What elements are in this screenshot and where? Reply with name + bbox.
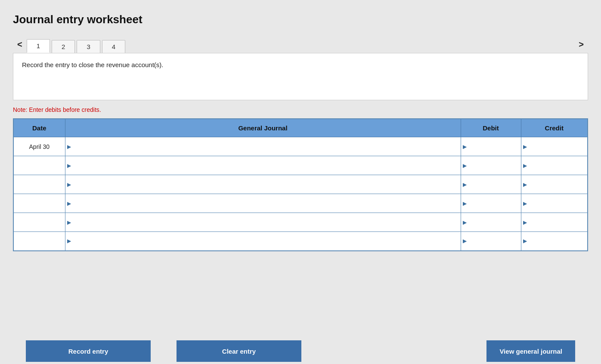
date-cell-3 — [13, 194, 65, 213]
record-entry-button[interactable]: Record entry — [26, 340, 151, 362]
main-container: Journal entry worksheet < 1 2 3 4 > Reco… — [0, 0, 601, 364]
journal-input-1[interactable] — [72, 156, 461, 175]
debit-cell-5[interactable]: ▶ — [461, 232, 521, 251]
journal-cell-5[interactable]: ▶ — [65, 232, 461, 251]
nav-next-button[interactable]: > — [574, 36, 588, 53]
header-date: Date — [13, 119, 65, 137]
debit-arrow-icon-5: ▶ — [463, 238, 467, 244]
date-cell-5 — [13, 232, 65, 251]
journal-input-3[interactable] — [72, 194, 461, 213]
credit-arrow-icon-1: ▶ — [523, 163, 527, 169]
table-row: ▶▶▶ — [13, 213, 588, 232]
debit-cell-4[interactable]: ▶ — [461, 213, 521, 232]
journal-cell-4[interactable]: ▶ — [65, 213, 461, 232]
credit-input-3[interactable] — [528, 194, 588, 213]
journal-arrow-icon-0: ▶ — [67, 144, 71, 150]
journal-arrow-icon-1: ▶ — [67, 163, 71, 169]
debit-arrow-icon-4: ▶ — [463, 219, 467, 225]
credit-input-5[interactable] — [528, 232, 588, 250]
journal-cell-3[interactable]: ▶ — [65, 194, 461, 213]
journal-input-2[interactable] — [72, 175, 461, 194]
table-row: April 30▶▶▶ — [13, 137, 588, 156]
journal-input-4[interactable] — [72, 213, 461, 231]
journal-arrow-icon-2: ▶ — [67, 182, 71, 188]
credit-input-4[interactable] — [528, 213, 588, 231]
credit-cell-5[interactable]: ▶ — [521, 232, 588, 251]
journal-arrow-icon-4: ▶ — [67, 219, 71, 225]
view-general-journal-button[interactable]: View general journal — [486, 340, 575, 362]
header-journal: General Journal — [65, 119, 461, 137]
debit-input-5[interactable] — [468, 232, 521, 250]
credit-arrow-icon-4: ▶ — [523, 219, 527, 225]
tab-3[interactable]: 3 — [77, 40, 100, 53]
tabs-row: < 1 2 3 4 > — [13, 36, 588, 53]
debit-input-0[interactable] — [468, 137, 521, 156]
debit-arrow-icon-2: ▶ — [463, 182, 467, 188]
credit-arrow-icon-5: ▶ — [523, 238, 527, 244]
journal-cell-2[interactable]: ▶ — [65, 175, 461, 194]
credit-cell-0[interactable]: ▶ — [521, 137, 588, 156]
table-row: ▶▶▶ — [13, 175, 588, 194]
bottom-area: Record entry Clear entry View general jo… — [0, 338, 601, 364]
credit-arrow-icon-2: ▶ — [523, 182, 527, 188]
debit-cell-2[interactable]: ▶ — [461, 175, 521, 194]
debit-cell-3[interactable]: ▶ — [461, 194, 521, 213]
credit-arrow-icon-0: ▶ — [523, 144, 527, 150]
credit-cell-4[interactable]: ▶ — [521, 213, 588, 232]
credit-cell-1[interactable]: ▶ — [521, 156, 588, 175]
tab-1[interactable]: 1 — [27, 39, 50, 53]
credit-cell-2[interactable]: ▶ — [521, 175, 588, 194]
journal-input-5[interactable] — [72, 232, 461, 250]
debit-arrow-icon-1: ▶ — [463, 163, 467, 169]
debit-cell-1[interactable]: ▶ — [461, 156, 521, 175]
header-debit: Debit — [461, 119, 521, 137]
journal-cell-0[interactable]: ▶ — [65, 137, 461, 156]
date-cell-0: April 30 — [13, 137, 65, 156]
journal-table: Date General Journal Debit Credit April … — [13, 118, 588, 251]
nav-prev-button[interactable]: < — [13, 36, 27, 53]
debit-arrow-icon-0: ▶ — [463, 144, 467, 150]
tab-4[interactable]: 4 — [102, 40, 125, 53]
credit-input-1[interactable] — [528, 156, 588, 175]
journal-arrow-icon-3: ▶ — [67, 201, 71, 207]
journal-input-0[interactable] — [72, 137, 461, 156]
header-credit: Credit — [521, 119, 588, 137]
date-cell-4 — [13, 213, 65, 232]
debit-input-1[interactable] — [468, 156, 521, 175]
instruction-text: Record the entry to close the revenue ac… — [22, 61, 164, 68]
credit-input-2[interactable] — [528, 175, 588, 194]
date-cell-1 — [13, 156, 65, 175]
debit-arrow-icon-3: ▶ — [463, 201, 467, 207]
date-cell-2 — [13, 175, 65, 194]
table-row: ▶▶▶ — [13, 156, 588, 175]
instruction-box: Record the entry to close the revenue ac… — [13, 53, 588, 100]
credit-cell-3[interactable]: ▶ — [521, 194, 588, 213]
journal-arrow-icon-5: ▶ — [67, 238, 71, 244]
credit-arrow-icon-3: ▶ — [523, 201, 527, 207]
debit-input-4[interactable] — [468, 213, 521, 231]
credit-input-0[interactable] — [528, 137, 588, 156]
table-row: ▶▶▶ — [13, 194, 588, 213]
debit-input-3[interactable] — [468, 194, 521, 213]
note-text: Note: Enter debits before credits. — [13, 106, 588, 113]
debit-input-2[interactable] — [468, 175, 521, 194]
page-title: Journal entry worksheet — [13, 13, 588, 26]
table-row: ▶▶▶ — [13, 232, 588, 251]
tab-2[interactable]: 2 — [52, 40, 75, 53]
journal-cell-1[interactable]: ▶ — [65, 156, 461, 175]
clear-entry-button[interactable]: Clear entry — [177, 340, 301, 362]
debit-cell-0[interactable]: ▶ — [461, 137, 521, 156]
